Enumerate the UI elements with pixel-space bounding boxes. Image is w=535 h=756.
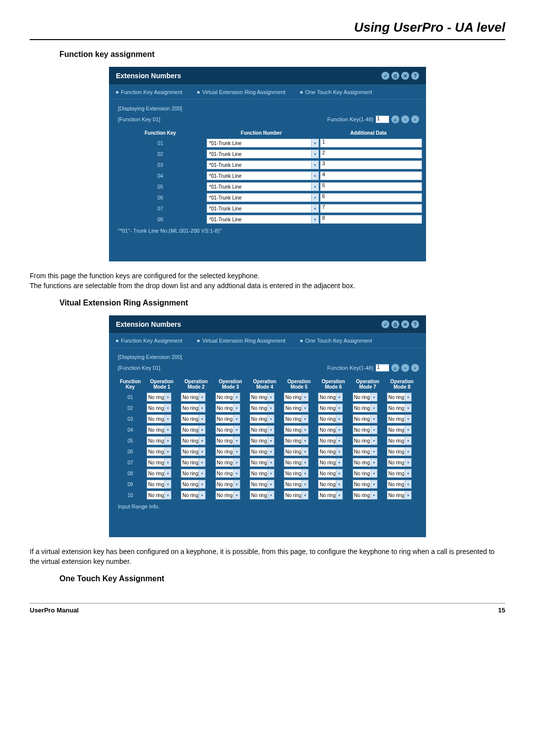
- ring-select[interactable]: No ring▾: [318, 414, 343, 423]
- ring-select[interactable]: No ring▾: [353, 414, 377, 423]
- ring-select[interactable]: No ring▾: [318, 458, 343, 467]
- ring-select[interactable]: No ring▾: [250, 469, 274, 478]
- ring-select[interactable]: No ring▾: [318, 425, 343, 434]
- ring-select[interactable]: No ring▾: [147, 403, 171, 412]
- ring-select[interactable]: No ring▾: [215, 393, 240, 402]
- prev-icon[interactable]: ‹: [401, 115, 409, 123]
- ring-select[interactable]: No ring▾: [353, 393, 377, 402]
- ring-select[interactable]: No ring▾: [181, 436, 206, 445]
- ring-select[interactable]: No ring▾: [387, 425, 412, 434]
- ring-select[interactable]: No ring▾: [215, 480, 240, 489]
- ring-select[interactable]: No ring▾: [284, 491, 309, 500]
- additional-data-input[interactable]: 7: [320, 204, 422, 213]
- ring-select[interactable]: No ring▾: [250, 393, 274, 402]
- additional-data-input[interactable]: 1: [320, 139, 422, 148]
- ring-select[interactable]: No ring▾: [284, 469, 309, 478]
- nav-page-input[interactable]: 1: [375, 115, 389, 123]
- tab-one-touch[interactable]: One Touch Key Assignment: [300, 89, 372, 95]
- help-icon[interactable]: ?: [411, 72, 419, 80]
- check-icon[interactable]: ✓: [381, 320, 389, 328]
- ring-select[interactable]: No ring▾: [318, 403, 343, 412]
- ring-select[interactable]: No ring▾: [353, 425, 377, 434]
- ring-select[interactable]: No ring▾: [250, 458, 274, 467]
- ring-select[interactable]: No ring▾: [387, 436, 412, 445]
- ring-select[interactable]: No ring▾: [181, 403, 206, 412]
- ring-select[interactable]: No ring▾: [353, 458, 377, 467]
- ring-select[interactable]: No ring▾: [215, 425, 240, 434]
- ring-select[interactable]: No ring▾: [147, 447, 171, 456]
- tab-virtual-ext[interactable]: Virtual Extension Ring Assignment: [197, 338, 285, 344]
- ring-select[interactable]: No ring▾: [284, 414, 309, 423]
- ring-select[interactable]: No ring▾: [284, 425, 309, 434]
- ring-select[interactable]: No ring▾: [318, 491, 343, 500]
- ring-select[interactable]: No ring▾: [215, 458, 240, 467]
- additional-data-input[interactable]: 5: [320, 182, 422, 191]
- close-icon[interactable]: ✕: [401, 320, 409, 328]
- additional-data-input[interactable]: 2: [320, 150, 422, 158]
- ring-select[interactable]: No ring▾: [318, 436, 343, 445]
- ring-select[interactable]: No ring▾: [181, 425, 206, 434]
- ring-select[interactable]: No ring▾: [387, 393, 412, 402]
- ring-select[interactable]: No ring▾: [284, 403, 309, 412]
- ring-select[interactable]: No ring▾: [284, 447, 309, 456]
- function-select[interactable]: *01-Trunk Line▾: [207, 193, 319, 202]
- ring-select[interactable]: No ring▾: [387, 403, 412, 412]
- ring-select[interactable]: No ring▾: [147, 414, 171, 423]
- function-select[interactable]: *01-Trunk Line▾: [207, 171, 319, 180]
- ring-select[interactable]: No ring▾: [387, 458, 412, 467]
- ring-select[interactable]: No ring▾: [387, 480, 412, 489]
- ring-select[interactable]: No ring▾: [353, 480, 377, 489]
- nav-page-input[interactable]: 1: [375, 364, 389, 372]
- ring-select[interactable]: No ring▾: [387, 469, 412, 478]
- ring-select[interactable]: No ring▾: [353, 491, 377, 500]
- zoom-icon[interactable]: ⌕: [391, 364, 399, 372]
- ring-select[interactable]: No ring▾: [147, 436, 171, 445]
- ring-select[interactable]: No ring▾: [215, 403, 240, 412]
- ring-select[interactable]: No ring▾: [250, 436, 274, 445]
- ring-select[interactable]: No ring▾: [318, 469, 343, 478]
- ring-select[interactable]: No ring▾: [215, 436, 240, 445]
- ring-select[interactable]: No ring▾: [181, 469, 206, 478]
- tab-virtual-ext[interactable]: Virtual Extension Ring Assignment: [197, 89, 285, 95]
- ring-select[interactable]: No ring▾: [353, 447, 377, 456]
- ring-select[interactable]: No ring▾: [181, 447, 206, 456]
- ring-select[interactable]: No ring▾: [318, 480, 343, 489]
- next-icon[interactable]: ›: [411, 364, 419, 372]
- additional-data-input[interactable]: 6: [320, 193, 422, 202]
- ring-select[interactable]: No ring▾: [250, 447, 274, 456]
- additional-data-input[interactable]: 8: [320, 215, 422, 224]
- ring-select[interactable]: No ring▾: [215, 447, 240, 456]
- function-select[interactable]: *01-Trunk Line▾: [207, 182, 319, 191]
- print-icon[interactable]: ⎙: [391, 72, 399, 80]
- ring-select[interactable]: No ring▾: [147, 480, 171, 489]
- close-icon[interactable]: ✕: [401, 72, 409, 80]
- ring-select[interactable]: No ring▾: [147, 491, 171, 500]
- check-icon[interactable]: ✓: [381, 72, 389, 80]
- ring-select[interactable]: No ring▾: [181, 393, 206, 402]
- help-icon[interactable]: ?: [411, 320, 419, 328]
- ring-select[interactable]: No ring▾: [147, 458, 171, 467]
- print-icon[interactable]: ⎙: [391, 320, 399, 328]
- ring-select[interactable]: No ring▾: [353, 469, 377, 478]
- ring-select[interactable]: No ring▾: [147, 469, 171, 478]
- ring-select[interactable]: No ring▾: [147, 393, 171, 402]
- ring-select[interactable]: No ring▾: [181, 458, 206, 467]
- zoom-icon[interactable]: ⌕: [391, 115, 399, 123]
- ring-select[interactable]: No ring▾: [318, 393, 343, 402]
- ring-select[interactable]: No ring▾: [181, 414, 206, 423]
- tab-function-key[interactable]: Function Key Assignment: [116, 338, 182, 344]
- function-select[interactable]: *01-Trunk Line▾: [207, 204, 319, 213]
- ring-select[interactable]: No ring▾: [353, 436, 377, 445]
- ring-select[interactable]: No ring▾: [284, 393, 309, 402]
- ring-select[interactable]: No ring▾: [215, 414, 240, 423]
- ring-select[interactable]: No ring▾: [250, 425, 274, 434]
- additional-data-input[interactable]: 4: [320, 171, 422, 180]
- function-select[interactable]: *01-Trunk Line▾: [207, 150, 319, 158]
- ring-select[interactable]: No ring▾: [181, 491, 206, 500]
- ring-select[interactable]: No ring▾: [387, 447, 412, 456]
- ring-select[interactable]: No ring▾: [353, 403, 377, 412]
- ring-select[interactable]: No ring▾: [284, 436, 309, 445]
- ring-select[interactable]: No ring▾: [318, 447, 343, 456]
- function-select[interactable]: *01-Trunk Line▾: [207, 160, 319, 169]
- next-icon[interactable]: ›: [411, 115, 419, 123]
